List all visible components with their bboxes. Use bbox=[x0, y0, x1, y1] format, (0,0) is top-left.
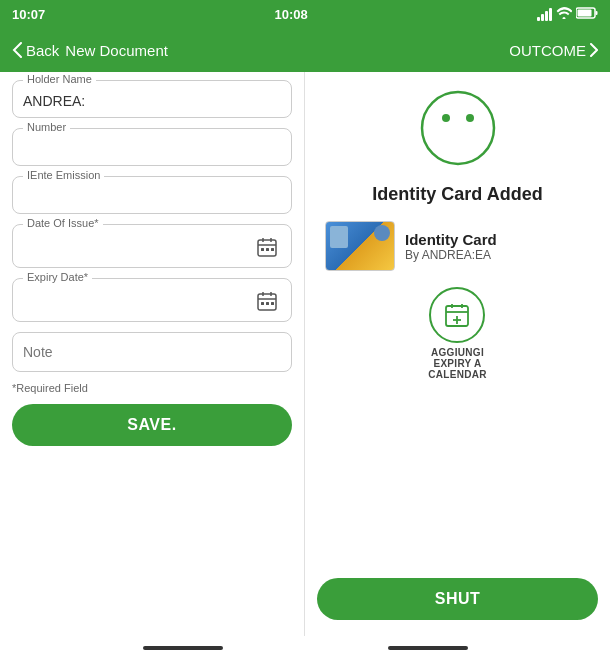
expiry-date-label: Expiry Date* bbox=[23, 271, 92, 283]
date-of-issue-field: Date Of Issue* bbox=[12, 224, 292, 268]
id-card-subtitle: By ANDREA:EA bbox=[405, 248, 497, 262]
note-field bbox=[12, 332, 292, 372]
number-input[interactable] bbox=[23, 137, 281, 159]
svg-point-18 bbox=[442, 114, 450, 122]
svg-point-17 bbox=[422, 92, 494, 164]
svg-point-19 bbox=[466, 114, 474, 122]
expiry-date-calendar-icon[interactable] bbox=[253, 287, 281, 315]
status-time-left: 10:07 bbox=[12, 7, 45, 22]
bottom-indicator-right bbox=[388, 646, 468, 650]
calendar-add-button[interactable]: AGGIUNGI EXPIRY A CALENDAR bbox=[428, 287, 487, 380]
battery-icon bbox=[576, 7, 598, 22]
bottom-indicator-left bbox=[143, 646, 223, 650]
holder-name-input[interactable] bbox=[23, 89, 281, 111]
id-card-preview: Identity Card By ANDREA:EA bbox=[317, 221, 598, 271]
back-label: Back bbox=[26, 42, 59, 59]
status-bar: 10:07 10:08 bbox=[0, 0, 610, 28]
smiley-icon bbox=[418, 88, 498, 168]
expiry-date-field: Expiry Date* bbox=[12, 278, 292, 322]
svg-rect-7 bbox=[261, 248, 264, 251]
outcome-button[interactable]: OUTCOME bbox=[509, 42, 598, 59]
ente-emission-input[interactable] bbox=[23, 185, 281, 207]
id-card-title: Identity Card bbox=[405, 231, 497, 248]
svg-rect-2 bbox=[596, 11, 598, 15]
success-title: Identity Card Added bbox=[372, 184, 542, 205]
date-of-issue-label: Date Of Issue* bbox=[23, 217, 103, 229]
outcome-label: OUTCOME bbox=[509, 42, 586, 59]
ente-emission-field: IEnte Emission bbox=[12, 176, 292, 214]
number-field: Number bbox=[12, 128, 292, 166]
svg-rect-1 bbox=[578, 9, 592, 16]
id-card-thumbnail bbox=[325, 221, 395, 271]
note-input[interactable] bbox=[23, 344, 281, 360]
calendar-add-label: AGGIUNGI EXPIRY A CALENDAR bbox=[428, 347, 487, 380]
date-of-issue-input[interactable] bbox=[23, 236, 253, 258]
svg-rect-9 bbox=[271, 248, 274, 251]
back-button[interactable]: Back New Document bbox=[12, 42, 168, 59]
number-label: Number bbox=[23, 121, 70, 133]
nav-bar: Back New Document OUTCOME bbox=[0, 28, 610, 72]
svg-rect-8 bbox=[266, 248, 269, 251]
left-panel: Holder Name Number IEnte Emission Date O… bbox=[0, 72, 305, 636]
status-time-right: 10:08 bbox=[275, 7, 308, 22]
bottom-bar bbox=[0, 636, 610, 660]
main-content: Holder Name Number IEnte Emission Date O… bbox=[0, 72, 610, 636]
calendar-add-circle bbox=[429, 287, 485, 343]
save-button[interactable]: SAVE. bbox=[12, 404, 292, 446]
wifi-icon bbox=[556, 7, 572, 22]
holder-name-label: Holder Name bbox=[23, 73, 96, 85]
signal-icon bbox=[537, 8, 552, 21]
right-panel: Identity Card Added Identity Card By AND… bbox=[305, 72, 610, 636]
svg-rect-15 bbox=[266, 302, 269, 305]
ente-emission-label: IEnte Emission bbox=[23, 169, 104, 181]
svg-rect-14 bbox=[261, 302, 264, 305]
expiry-date-input[interactable] bbox=[23, 290, 253, 312]
id-card-info: Identity Card By ANDREA:EA bbox=[405, 231, 497, 262]
svg-rect-16 bbox=[271, 302, 274, 305]
date-of-issue-calendar-icon[interactable] bbox=[253, 233, 281, 261]
required-field-text: *Required Field bbox=[12, 382, 292, 394]
shut-button[interactable]: SHUT bbox=[317, 578, 598, 620]
nav-title: New Document bbox=[65, 42, 168, 59]
holder-name-field: Holder Name bbox=[12, 80, 292, 118]
